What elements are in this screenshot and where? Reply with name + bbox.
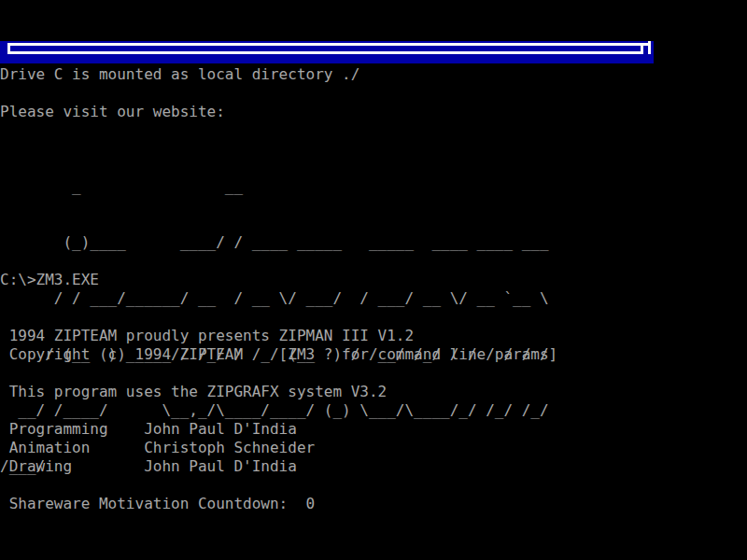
mount-message: Drive C is mounted as local directory ./ [0,65,359,84]
ascii-logo-row: __/ /____/ \__,_/\____/____/ (_) \___/\_… [0,401,549,420]
website-prompt: Please visit our website: [0,103,225,121]
dialog-border-right-edge [648,41,651,54]
dialog-border-remnant [0,41,654,63]
dialog-border-top-line [7,43,651,46]
credit-drawing: Drawing John Paul D'India [0,457,297,476]
dos-terminal-screen[interactable]: Drive C is mounted as local directory ./… [0,0,747,560]
dialog-border-right-corner [641,43,643,54]
dialog-border-inner-line [7,51,643,54]
ascii-logo-row: _ __ [0,177,549,196]
countdown-value: 0 [306,495,316,512]
countdown-line: Shareware Motivation Countdown: 0 [0,495,315,513]
dialog-border-left-corner [7,43,10,54]
credit-animation: Animation Christoph Schneider [0,439,315,457]
presents-line: 1994 ZIPTEAM proudly presents ZIPMAN III… [0,327,414,345]
ascii-logo-row: (_)____ ____/ / ____ _____ _____ ____ __… [0,233,549,252]
command-prompt-line: C:\>ZM3.EXE [0,271,99,289]
countdown-label: Shareware Motivation Countdown: [0,495,306,512]
credit-programming: Programming John Paul D'India [0,420,297,439]
copyright-line: Copyright (c) 1994 ZIPTEAM [ZM3 ? for co… [0,345,557,364]
ascii-logo-row: / / ___/______/ __ / __ \/ ___/ / ___/ _… [0,289,549,308]
zipgrafx-line: This program uses the ZIPGRAFX system V3… [0,383,387,401]
